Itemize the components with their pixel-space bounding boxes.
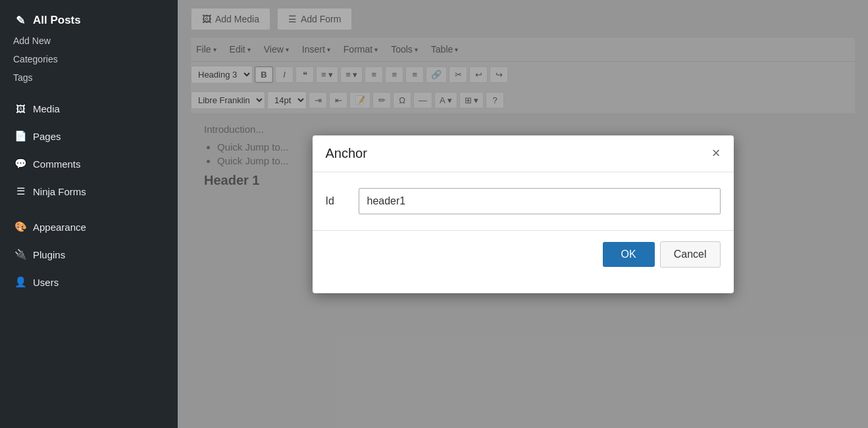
modal-field-id: Id <box>326 188 721 214</box>
sidebar-item-label: Users <box>33 277 59 288</box>
sidebar-item-all-posts[interactable]: ✎ All Posts <box>0 7 178 32</box>
sidebar-item-plugins[interactable]: 🔌 Plugins <box>0 241 178 268</box>
id-label: Id <box>326 195 345 207</box>
sidebar-item-comments[interactable]: 💬 Comments <box>0 150 178 178</box>
sidebar-item-label: Appearance <box>33 222 86 233</box>
sidebar-item-categories[interactable]: Categories <box>0 50 178 68</box>
modal-footer: OK Cancel <box>313 230 734 278</box>
modal-body: Id <box>313 172 734 230</box>
sidebar-item-label: Add New <box>13 36 51 46</box>
sidebar-item-label: Media <box>33 103 60 114</box>
plugins-icon: 🔌 <box>13 247 28 262</box>
sidebar-item-label: All Posts <box>33 14 81 27</box>
sidebar-item-users[interactable]: 👤 Users <box>0 268 178 296</box>
sidebar-item-media[interactable]: 🖼 Media <box>0 95 178 122</box>
modal-header: Anchor × <box>313 135 734 172</box>
cancel-button[interactable]: Cancel <box>660 241 721 268</box>
id-input[interactable] <box>359 188 721 214</box>
modal-close-button[interactable]: × <box>712 146 721 160</box>
sidebar-item-label: Comments <box>33 158 81 170</box>
editor-area: 🖼 Add Media ☰ Add Form File Edit View In… <box>178 0 868 428</box>
media-icon: 🖼 <box>13 101 28 116</box>
users-icon: 👤 <box>13 275 28 289</box>
modal-overlay: Anchor × Id OK Cancel <box>178 0 868 428</box>
sidebar-item-label: Ninja Forms <box>33 186 86 197</box>
comments-icon: 💬 <box>13 156 28 171</box>
sidebar-item-label: Tags <box>13 72 33 83</box>
posts-icon: ✎ <box>13 13 28 28</box>
modal-title: Anchor <box>326 146 367 161</box>
sidebar-item-appearance[interactable]: 🎨 Appearance <box>0 213 178 241</box>
sidebar-item-add-new[interactable]: Add New <box>0 32 178 50</box>
forms-icon: ☰ <box>13 184 28 199</box>
appearance-icon: 🎨 <box>13 220 28 234</box>
sidebar-item-label: Pages <box>33 131 61 142</box>
sidebar-item-ninja-forms[interactable]: ☰ Ninja Forms <box>0 178 178 205</box>
sidebar-item-tags[interactable]: Tags <box>0 68 178 87</box>
sidebar: ✎ All Posts Add New Categories Tags 🖼 Me… <box>0 0 178 428</box>
anchor-modal: Anchor × Id OK Cancel <box>313 135 734 293</box>
ok-button[interactable]: OK <box>603 242 655 267</box>
pages-icon: 📄 <box>13 129 28 143</box>
sidebar-item-label: Plugins <box>33 249 65 260</box>
main-content: 🖼 Add Media ☰ Add Form File Edit View In… <box>178 0 868 428</box>
sidebar-item-pages[interactable]: 📄 Pages <box>0 122 178 150</box>
sidebar-item-label: Categories <box>13 54 58 64</box>
